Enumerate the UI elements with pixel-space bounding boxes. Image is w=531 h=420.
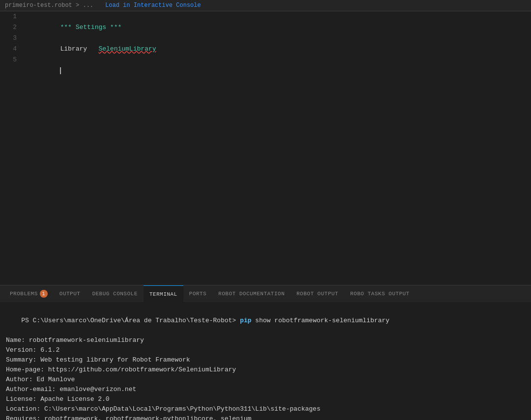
editor-content: 1 2 3 4 5 *** Settings *** Library Selen… xyxy=(0,11,531,285)
terminal-line-9: Location: C:\Users\marco\AppData\Local\P… xyxy=(6,404,525,414)
problems-badge: 1 xyxy=(40,290,48,298)
terminal-line-5: Home-page: https://github.com/robotframe… xyxy=(6,365,525,375)
tab-ports[interactable]: PORTS xyxy=(183,285,213,303)
breadcrumb-path: primeiro-test.robot > ... xyxy=(5,2,93,9)
code-line-3: Library SeleniumLibrary xyxy=(30,33,526,44)
terminal-line-7: Author-email: emanlove@verizon.net xyxy=(6,385,525,394)
breadcrumb-bar: primeiro-test.robot > ... Load in Intera… xyxy=(0,0,531,11)
terminal-line-10: Requires: robotframework, robotframework… xyxy=(6,414,525,420)
code-line-5 xyxy=(30,55,526,65)
library-name: SeleniumLibrary xyxy=(98,45,156,53)
tab-robot-documentation-label: ROBOT DOCUMENTATION xyxy=(218,291,285,297)
load-interactive-link[interactable]: Load in Interactive Console xyxy=(105,2,201,9)
code-lines[interactable]: *** Settings *** Library SeleniumLibrary xyxy=(25,11,531,285)
terminal-line-6: Author: Ed Manlove xyxy=(6,375,525,385)
text-cursor xyxy=(60,67,61,74)
tab-robo-tasks-output[interactable]: ROBO TASKS OUTPUT xyxy=(344,285,415,303)
tab-debug-console[interactable]: DEBUG CONSOLE xyxy=(86,285,143,303)
tab-output-label: OUTPUT xyxy=(59,291,81,297)
library-keyword: Library xyxy=(60,45,98,53)
terminal-line-1: PS C:\Users\marco\OneDrive\Área de Traba… xyxy=(6,306,525,336)
editor-area: 1 2 3 4 5 *** Settings *** Library Selen… xyxy=(0,11,531,285)
tab-ports-label: PORTS xyxy=(189,291,207,297)
terminal-line-3: Version: 6.1.2 xyxy=(6,345,525,355)
tab-robo-tasks-output-label: ROBO TASKS OUTPUT xyxy=(350,291,410,297)
settings-keyword: *** Settings *** xyxy=(60,24,121,31)
tab-terminal-label: TERMINAL xyxy=(149,291,177,297)
terminal-panel[interactable]: PS C:\Users\marco\OneDrive\Área de Traba… xyxy=(0,302,531,420)
tab-robot-output-label: ROBOT OUTPUT xyxy=(296,291,338,297)
panel-tabs: PROBLEMS 1 OUTPUT DEBUG CONSOLE TERMINAL… xyxy=(0,285,531,302)
tab-terminal[interactable]: TERMINAL xyxy=(144,285,183,303)
terminal-line-4: Summary: Web testing library for Robot F… xyxy=(6,355,525,365)
tab-problems-label: PROBLEMS xyxy=(10,291,38,297)
tab-problems[interactable]: PROBLEMS 1 xyxy=(4,285,54,303)
tab-output[interactable]: OUTPUT xyxy=(54,285,87,303)
terminal-line-8: License: Apache License 2.0 xyxy=(6,394,525,404)
code-line-1: *** Settings *** xyxy=(30,11,526,22)
tab-debug-console-label: DEBUG CONSOLE xyxy=(92,291,137,297)
line-numbers: 1 2 3 4 5 xyxy=(0,11,25,285)
terminal-line-2: Name: robotframework-seleniumlibrary xyxy=(6,336,525,345)
tab-robot-output[interactable]: ROBOT OUTPUT xyxy=(291,285,344,303)
tab-robot-documentation[interactable]: ROBOT DOCUMENTATION xyxy=(212,285,291,303)
